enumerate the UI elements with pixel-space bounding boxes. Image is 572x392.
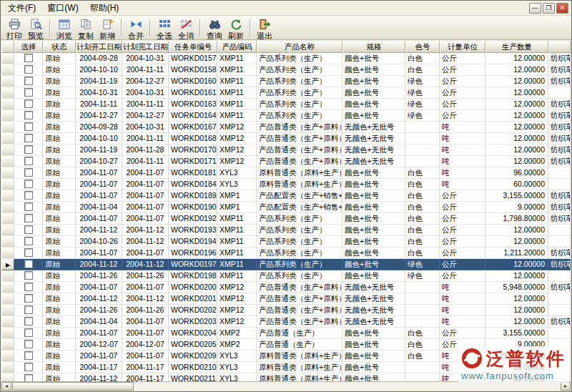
table-row[interactable]: 原始2004-11-042004-11-07WORKD0190XMP1产品配置类… <box>1 202 571 213</box>
row-checkbox[interactable] <box>24 88 33 97</box>
row-checkbox[interactable] <box>24 134 33 142</box>
header-unit[interactable]: 计量单位 <box>440 41 485 53</box>
menu-help[interactable]: 帮助(H) <box>84 0 125 16</box>
table-row[interactable]: 原始2004-10-102004-11-11WORKD0168XMP12产品普通… <box>1 133 571 144</box>
row-indicator[interactable] <box>1 225 14 236</box>
row-indicator[interactable] <box>1 236 14 248</box>
header-workshop[interactable] <box>548 41 571 53</box>
row-checkbox[interactable] <box>24 363 33 371</box>
table-row[interactable]: 原始2004-11-072004-11-07WORKD0204XMP2产品普通（… <box>1 328 571 339</box>
row-checkbox[interactable] <box>24 168 33 177</box>
row-indicator[interactable] <box>1 202 14 213</box>
table-row[interactable]: 原始2004-11-262004-11-26WORKD0202XMP12产品普通… <box>1 305 571 316</box>
row-checkbox[interactable] <box>24 99 33 108</box>
table-row[interactable]: 原始2004-11-122004-11-12WORKD0201XMP12产品普通… <box>1 293 571 305</box>
row-checkbox[interactable] <box>24 122 33 131</box>
row-checkbox[interactable] <box>24 214 33 222</box>
table-row[interactable]: 原始2004-10-102004-11-11WORKD0158XMP11产品系列… <box>1 64 571 76</box>
table-row[interactable]: 原始2004-11-122004-11-17WORKD0211XYL3原料普通类… <box>1 373 571 381</box>
table-row[interactable]: 原始2004-11-192004-11-28WORKD0170XMP12产品普通… <box>1 144 571 156</box>
table-row[interactable]: 原始2004-11-072004-11-07WORKD0192XMP11产品系列… <box>1 213 571 225</box>
restore-button[interactable]: ❐ <box>543 3 555 14</box>
row-checkbox[interactable] <box>24 283 33 291</box>
minimize-button[interactable]: — <box>529 3 541 14</box>
preview-button[interactable]: 预览 <box>25 16 46 39</box>
table-row[interactable]: 原始2004-09-282004-10-31WORKD0157XMP11产品系列… <box>1 53 571 64</box>
exit-button[interactable]: 退出 <box>254 16 275 39</box>
row-checkbox[interactable] <box>24 191 33 200</box>
table-row[interactable]: 原始2004-11-192004-12-27WORKD0160XMP11产品系列… <box>1 76 571 87</box>
table-row[interactable]: 原始2004-11-262004-11-26WORKD0198XMP11产品系列… <box>1 270 571 282</box>
menu-file[interactable]: 文件(F) <box>2 0 41 16</box>
row-indicator[interactable] <box>1 144 14 156</box>
row-indicator[interactable] <box>1 179 14 190</box>
scroll-left-button[interactable]: ◄ <box>1 382 11 391</box>
row-checkbox[interactable] <box>24 248 33 257</box>
menu-window[interactable]: 窗口(W) <box>41 0 84 16</box>
table-row[interactable]: 原始2004-11-042004-11-07WORKD0203XMP12产品普通… <box>1 316 571 328</box>
row-indicator[interactable] <box>1 248 14 259</box>
row-checkbox[interactable] <box>24 237 33 245</box>
header-color-no[interactable]: 色号 <box>405 41 440 53</box>
row-indicator[interactable] <box>1 133 14 144</box>
row-indicator[interactable] <box>1 373 14 381</box>
header-order-no[interactable]: 任务单编号 <box>169 41 217 53</box>
row-checkbox[interactable] <box>24 340 33 348</box>
row-indicator[interactable] <box>1 190 14 202</box>
header-plan-end[interactable]: 计划完工日期 <box>122 41 169 53</box>
table-row[interactable]: 原始2004-09-282004-10-31WORKD0167XMP12产品普通… <box>1 122 571 133</box>
new-button[interactable]: 新增 <box>97 16 118 39</box>
copy-button[interactable]: 复制 <box>75 16 97 39</box>
row-checkbox[interactable] <box>24 157 33 165</box>
table-row[interactable]: 原始2004-10-262004-11-12WORKD0194XMP11产品系列… <box>1 236 571 248</box>
header-plan-start[interactable]: 计划开工日期 <box>76 41 122 53</box>
browse-button[interactable]: 浏览 <box>54 16 75 39</box>
table-row[interactable]: 原始2004-10-272004-11-11WORKD0171XMP12产品普通… <box>1 156 571 167</box>
scrollbar-thumb[interactable] <box>12 382 134 391</box>
table-row[interactable]: 原始2004-11-072004-11-07WORKD0209XYL3原料普通类… <box>1 351 571 362</box>
print-button[interactable]: 打印 <box>4 16 25 39</box>
row-checkbox[interactable] <box>24 374 33 381</box>
row-checkbox[interactable] <box>24 77 33 85</box>
row-indicator[interactable] <box>1 167 14 179</box>
search-button[interactable]: 查询 <box>204 16 225 39</box>
table-row[interactable]: 原始2004-11-122004-11-12WORKD0193XMP11产品系列… <box>1 225 571 236</box>
row-indicator[interactable] <box>1 76 14 87</box>
row-indicator[interactable] <box>1 87 14 99</box>
row-indicator[interactable] <box>1 270 14 282</box>
row-indicator[interactable] <box>1 282 14 293</box>
header-qty[interactable]: 生产数量 <box>485 41 548 53</box>
row-checkbox[interactable] <box>24 317 33 325</box>
table-row[interactable]: 原始2004-11-072004-11-07WORKD0184XYL3原料普通类… <box>1 179 571 190</box>
row-indicator[interactable] <box>1 316 14 328</box>
row-indicator[interactable] <box>1 293 14 305</box>
row-indicator[interactable] <box>1 339 14 351</box>
row-checkbox[interactable] <box>24 351 33 360</box>
table-row[interactable]: 原始2004-11-072004-11-07WORKD0200XMP12产品普通… <box>1 282 571 293</box>
row-checkbox[interactable] <box>24 145 33 154</box>
row-checkbox[interactable] <box>24 65 33 74</box>
table-row[interactable]: ▶原始2004-11-122004-11-12WORKD0197XMP11产品系… <box>1 259 571 270</box>
row-indicator[interactable] <box>1 213 14 225</box>
header-spec[interactable]: 规格 <box>342 41 405 53</box>
row-checkbox[interactable] <box>24 271 33 280</box>
row-indicator[interactable] <box>1 64 14 76</box>
merge-button[interactable]: 合并 <box>125 16 147 39</box>
table-row[interactable]: 原始2004-12-272004-12-27WORKD0164XMP11产品系列… <box>1 110 571 122</box>
row-checkbox[interactable] <box>24 305 33 314</box>
header-product-name[interactable]: 产品名称 <box>257 41 342 53</box>
table-row[interactable]: 原始2004-12-072004-12-07WORKD0205XMP2产品普通（… <box>1 339 571 351</box>
table-row[interactable]: 原始2004-11-172004-11-17WORKD0210XYL3原料普通类… <box>1 362 571 373</box>
row-indicator[interactable] <box>1 351 14 362</box>
refresh-button[interactable]: 刷新 <box>225 16 247 39</box>
row-checkbox[interactable] <box>24 294 33 303</box>
row-indicator[interactable] <box>1 305 14 316</box>
row-indicator[interactable]: ▶ <box>1 259 14 270</box>
header-status[interactable]: 状态 <box>43 41 76 53</box>
row-indicator[interactable] <box>1 122 14 133</box>
table-row[interactable]: 原始2004-11-112004-11-11WORKD0163XMP11产品系列… <box>1 99 571 110</box>
table-row[interactable]: 原始2004-11-072004-11-07WORKD0189XMP1产品配置类… <box>1 190 571 202</box>
row-indicator[interactable] <box>1 99 14 110</box>
table-row[interactable]: 原始2004-11-072004-11-07WORKD0181XYL3原料普通类… <box>1 167 571 179</box>
row-indicator[interactable] <box>1 328 14 339</box>
